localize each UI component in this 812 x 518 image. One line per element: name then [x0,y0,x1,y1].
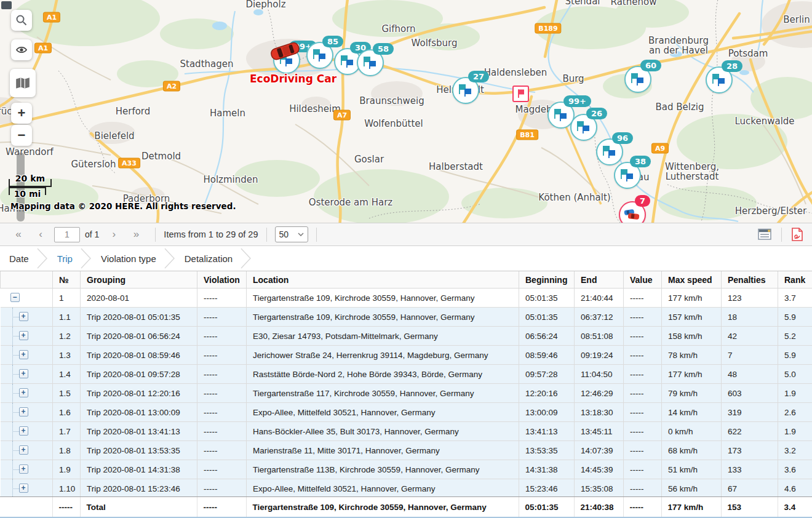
cell-end[interactable]: 11:04:50 [575,365,624,384]
cell-beginning[interactable]: 09:57:28 [519,365,575,384]
page-size-select[interactable]: 50 [275,226,308,242]
map-cluster-marker[interactable]: 38 [614,162,641,189]
next-page-button[interactable]: › [106,228,122,241]
column-header-End[interactable]: End [575,271,624,289]
cell-beginning[interactable]: 13:53:35 [519,441,575,460]
cell-beginning[interactable]: 13:00:09 [519,403,575,422]
cell-end[interactable]: 14:45:39 [575,460,624,479]
cell-rank: 5.0 [778,365,812,384]
expand-plus-button[interactable]: + [19,350,28,359]
column-header-Beginning[interactable]: Beginning [519,271,575,289]
first-page-button[interactable]: « [10,228,26,241]
cell-beginning[interactable]: 12:20:16 [519,384,575,403]
expand-plus-button[interactable]: + [19,407,28,416]
expand-plus-button[interactable]: + [19,484,28,493]
cell-end[interactable]: 09:19:24 [575,346,624,365]
breadcrumb-item-date[interactable]: Date [9,253,29,264]
table-row[interactable]: +1.5Trip 2020-08-01 12:20:16-----Tiergar… [1,384,812,403]
column-header-Penalties[interactable]: Penalties [722,271,778,289]
cell-location[interactable]: Hans-Böckler-Allee 35, Bult 30173, Hanno… [247,422,519,441]
report-template-button[interactable] [757,227,773,242]
cell-end[interactable]: 12:46:29 [575,384,624,403]
cell-beginning[interactable]: 06:56:24 [519,327,575,346]
cell-location[interactable]: Tiergartenstraße 109, Kirchrode 30559, H… [247,289,519,308]
cell-beginning[interactable]: 13:41:13 [519,422,575,441]
map-cluster-marker[interactable]: 7 [619,201,646,223]
cell-location[interactable]: Expo-Allee, Mittelfeld 30521, Hannover, … [247,479,519,497]
map-search-button[interactable] [11,10,32,31]
table-row[interactable]: +1.6Trip 2020-08-01 13:00:09-----Expo-Al… [1,403,812,422]
cell-location[interactable]: Jerichower Straße 24, Herrenkrug 39114, … [247,346,519,365]
unit-name-label: EcoDriving Car [250,73,336,85]
expand-plus-button[interactable]: + [19,426,28,436]
table-row[interactable]: +1.2Trip 2020-08-01 06:56:24-----E30, Zi… [1,327,812,346]
flag-marker[interactable] [512,86,529,102]
table-row[interactable]: +1.9Trip 2020-08-01 14:31:38-----Tiergar… [1,460,812,479]
cell-end[interactable]: 13:18:30 [575,403,624,422]
last-page-button[interactable]: » [128,228,144,241]
breadcrumb-item-violation-type[interactable]: Violation type [101,253,156,264]
cell-location[interactable]: Tiergartenstraße 113B, Kirchrode 30559, … [247,460,519,479]
map-cluster-marker[interactable]: 60 [624,66,651,93]
cell-end[interactable]: 08:51:08 [575,327,624,346]
table-row[interactable]: +1.3Trip 2020-08-01 08:59:46-----Jericho… [1,346,812,365]
map-cluster-marker[interactable]: 26 [570,114,597,141]
cell-expand: + [1,308,53,327]
cell-location[interactable]: Raststätte Börde-Nord 2, Hohe Börde 3934… [247,365,519,384]
map-visibility-button[interactable] [11,39,32,60]
cell-end[interactable]: 15:35:08 [575,479,624,497]
cell-location[interactable]: Marienstraße 11, Mitte 30171, Hannover, … [247,441,519,460]
table-row[interactable]: +1.4Trip 2020-08-01 09:57:28-----Raststä… [1,365,812,384]
cell-end[interactable]: 06:37:12 [575,308,624,327]
column-header-Grouping[interactable]: Grouping [81,271,197,289]
page-number-input[interactable] [54,227,80,242]
breadcrumb-item-trip[interactable]: Trip [57,253,73,264]
cell-location[interactable]: Expo-Allee, Mittelfeld 30521, Hannover, … [247,403,519,422]
column-header-Rank[interactable]: Rank [778,271,812,289]
column-header-Violation[interactable]: Violation [197,271,247,289]
cell-beginning[interactable]: 15:23:46 [519,479,575,497]
tree-indent: + [7,365,50,383]
cell-beginning[interactable]: 14:31:38 [519,460,575,479]
cell-violation: ----- [197,327,247,346]
column-header-Value[interactable]: Value [624,271,662,289]
cell-location[interactable]: Tiergartenstraße 109, Kirchrode 30559, H… [247,308,519,327]
map-cluster-marker[interactable]: 58 [357,49,384,76]
expand-plus-button[interactable]: + [19,369,28,378]
table-row[interactable]: +1.8Trip 2020-08-01 13:53:35-----Mariens… [1,441,812,460]
expand-plus-button[interactable]: + [19,464,28,474]
map-cluster-marker[interactable]: 28 [706,66,733,94]
table-row[interactable]: +1.7Trip 2020-08-01 13:41:13-----Hans-Bö… [1,422,812,441]
cell-end[interactable]: 21:40:44 [575,289,624,308]
table-row[interactable]: +1.10Trip 2020-08-01 15:23:46-----Expo-A… [1,479,812,497]
cell-rank: 4.6 [778,479,812,497]
expand-plus-button[interactable]: + [19,445,28,455]
cell-beginning[interactable]: 08:59:46 [519,346,575,365]
cell-end[interactable]: 14:07:39 [575,441,624,460]
cell-location[interactable]: Tiergartenstraße 117, Kirchrode 30559, H… [247,384,519,403]
table-row[interactable]: −12020-08-01-----Tiergartenstraße 109, K… [1,289,812,308]
expand-plus-button[interactable]: + [19,331,28,340]
expand-plus-button[interactable]: + [19,388,28,397]
column-header-Location[interactable]: Location [247,271,519,289]
collapse-minus-button[interactable]: − [10,293,20,302]
cell-beginning[interactable]: 05:01:35 [519,289,575,308]
prev-page-button[interactable]: ‹ [33,228,49,241]
cell-location[interactable]: E30, Ziesar 14793, Potsdam-Mittelmark, G… [247,327,519,346]
breadcrumb-item-detalization[interactable]: Detalization [185,253,233,264]
map-layers-button[interactable] [10,69,36,97]
table-row[interactable]: +1.1Trip 2020-08-01 05:01:35-----Tiergar… [1,308,812,327]
expand-plus-button[interactable]: + [19,312,28,321]
cell-num: 1.4 [53,365,81,384]
zoom-out-button[interactable]: − [11,125,32,146]
export-pdf-button[interactable] [790,226,805,242]
cell-end[interactable]: 13:45:11 [575,422,624,441]
map-cluster-marker[interactable]: 27 [452,77,479,104]
column-header-№[interactable]: № [53,271,81,289]
column-header-Max speed[interactable]: Max speed [662,271,722,289]
cell-expand: + [1,327,53,346]
map-cluster-marker[interactable]: 85 [306,42,333,69]
cell-beginning[interactable]: 05:01:35 [519,308,575,327]
zoom-in-button[interactable]: + [11,103,32,124]
map[interactable]: DiepholzStendalRathenowBerlinGifhornWolf… [0,0,812,223]
